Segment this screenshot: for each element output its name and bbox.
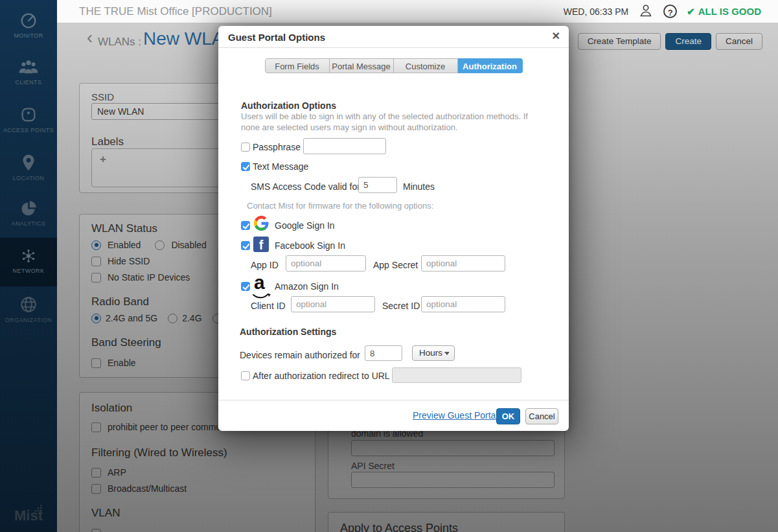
- redirect-url-input[interactable]: [392, 367, 521, 383]
- sms-valid-label: SMS Access Code valid for: [251, 181, 360, 192]
- devices-hours-input[interactable]: [365, 345, 402, 361]
- tab-form-fields[interactable]: Form Fields: [265, 58, 330, 73]
- status-text: ALL IS GOOD: [698, 6, 761, 17]
- client-id-label: Client ID: [251, 301, 286, 311]
- ok-button[interactable]: OK: [496, 408, 520, 424]
- guest-portal-options-modal: Guest Portal Options ✕ Form FieldsPortal…: [218, 26, 569, 431]
- close-icon[interactable]: ✕: [552, 30, 560, 42]
- modal-header-divider: [218, 47, 569, 48]
- firmware-note: Contact Mist for firmware for the follow…: [247, 201, 433, 211]
- datetime: WED, 06:33 PM: [564, 6, 628, 17]
- duration-unit-dropdown[interactable]: Hours: [412, 345, 455, 361]
- client-id-input[interactable]: [291, 296, 375, 312]
- app-secret-label: App Secret: [373, 260, 418, 270]
- app-secret-input[interactable]: [421, 255, 505, 272]
- app-id-label: App ID: [251, 260, 279, 270]
- user-icon[interactable]: [638, 3, 654, 21]
- auth-settings-heading: Authorization Settings: [240, 327, 336, 337]
- google-icon: [254, 216, 269, 233]
- tab-customize[interactable]: Customize: [394, 58, 458, 73]
- preview-guest-portal-link[interactable]: Preview Guest Portal: [413, 410, 498, 421]
- status-indicator[interactable]: ✔ ALL IS GOOD: [687, 6, 761, 17]
- facebook-icon: f: [253, 237, 269, 252]
- org-title: THE TRUE Mist Office [PRODUCTION]: [79, 0, 272, 23]
- help-icon[interactable]: ?: [663, 5, 677, 18]
- text-message-label: Text Message: [253, 161, 308, 172]
- chevron-down-icon: [444, 352, 450, 355]
- redirect-url-checkbox[interactable]: [241, 371, 250, 380]
- topbar: THE TRUE Mist Office [PRODUCTION] WED, 0…: [57, 0, 778, 23]
- amazon-icon: a: [254, 275, 265, 290]
- sms-minutes-input[interactable]: [358, 177, 397, 193]
- duration-unit-value: Hours: [419, 348, 442, 358]
- auth-options-description: Users will be able to sign in with any o…: [241, 111, 543, 133]
- facebook-sign-in-label: Facebook Sign In: [275, 240, 345, 251]
- modal-title: Guest Portal Options: [228, 32, 325, 43]
- auth-options-heading: Authorization Options: [241, 100, 336, 111]
- tab-authorization[interactable]: Authorization: [458, 58, 523, 73]
- google-sign-in-label: Google Sign In: [275, 220, 335, 231]
- modal-footer-divider: [218, 400, 569, 400]
- modal-cancel-button[interactable]: Cancel: [525, 408, 558, 424]
- page: MONITOR CLIENTS ACCESS POINTS LOCATION A…: [0, 0, 778, 532]
- passphrase-label: Passphrase: [253, 142, 301, 152]
- app-id-input[interactable]: [286, 255, 366, 272]
- passphrase-checkbox[interactable]: [241, 143, 250, 152]
- secret-id-input[interactable]: [421, 296, 505, 312]
- text-message-checkbox[interactable]: [241, 162, 250, 171]
- facebook-checkbox[interactable]: [241, 241, 250, 250]
- tab-portal-message[interactable]: Portal Message: [330, 58, 394, 73]
- passphrase-input[interactable]: [303, 138, 386, 154]
- topbar-right: WED, 06:33 PM ? ✔ ALL IS GOOD: [564, 0, 761, 23]
- devices-authorized-label: Devices remain authorized for: [240, 350, 360, 360]
- amazon-checkbox[interactable]: [241, 282, 250, 291]
- sms-unit-label: Minutes: [403, 181, 435, 192]
- check-icon: ✔: [687, 6, 695, 17]
- secret-id-label: Secret ID: [382, 301, 420, 311]
- modal-tabs: Form FieldsPortal MessageCustomizeAuthor…: [218, 58, 569, 73]
- redirect-url-label: After authorization redirect to URL: [253, 371, 390, 381]
- google-checkbox[interactable]: [241, 221, 250, 230]
- amazon-sign-in-label: Amazon Sign In: [275, 281, 339, 292]
